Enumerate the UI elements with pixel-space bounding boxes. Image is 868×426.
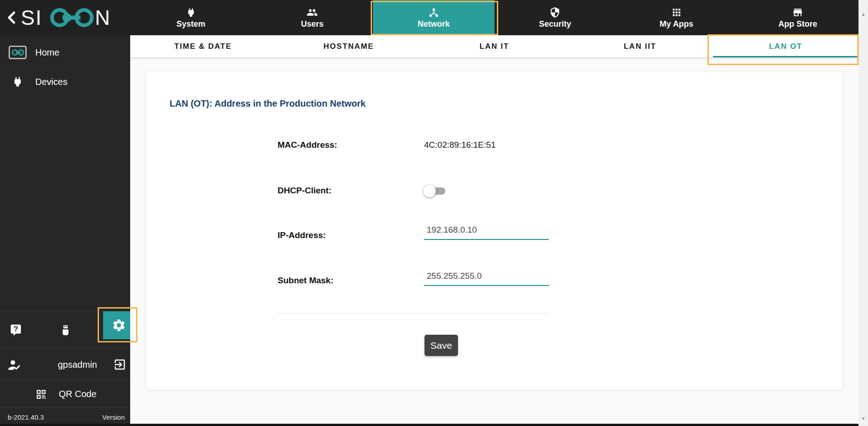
tab-time-date[interactable]: TIME & DATE <box>130 35 276 57</box>
page-scrollbar[interactable]: ▲ ▼ <box>859 0 868 426</box>
people-icon <box>307 7 318 18</box>
subnet-mask-label: Subnet Mask: <box>278 276 334 286</box>
sub-tab-label: LAN OT <box>769 42 802 51</box>
nav-tab-system[interactable]: System <box>130 0 252 35</box>
nav-tab-users[interactable]: Users <box>252 0 373 35</box>
sub-tab-label: LAN IIT <box>624 42 656 51</box>
sub-tab-label: TIME & DATE <box>175 42 232 51</box>
help-button[interactable]: ? <box>0 312 32 348</box>
scrollbar-down-arrow-icon[interactable]: ▼ <box>859 415 868 422</box>
ip-address-label: IP-Address: <box>278 230 326 240</box>
shield-icon <box>549 7 561 18</box>
sidebar-qr-row[interactable]: QR Code <box>0 380 130 407</box>
app-window: SI N Home <box>0 0 868 426</box>
logo-text-n: N <box>95 6 110 29</box>
svg-text:?: ? <box>14 325 18 333</box>
usb-device-button[interactable] <box>50 312 81 348</box>
sidebar-tools-row: ? <box>0 312 130 348</box>
sidebar-item-devices[interactable]: Devices <box>0 72 130 92</box>
mac-address-value: 4C:02:89:16:1E:51 <box>424 140 495 150</box>
logo-text-si: SI <box>21 6 42 29</box>
sidebar-version-row: b-2021.40.3 Version <box>0 407 130 426</box>
sidebar-item-label: Devices <box>35 77 67 87</box>
nav-tab-app-store[interactable]: App Store <box>737 0 859 35</box>
toggle-knob <box>423 185 436 197</box>
version-value: b-2021.40.3 <box>8 413 44 421</box>
device-hub-icon <box>428 7 439 18</box>
user-check-icon <box>7 358 21 372</box>
dhcp-toggle[interactable] <box>423 184 446 198</box>
form-divider <box>278 313 549 314</box>
logo-area: SI N <box>0 0 130 35</box>
window-bottom-edge <box>0 424 859 426</box>
dhcp-client-label: DHCP-Client: <box>278 186 331 196</box>
tab-hostname[interactable]: HOSTNAME <box>276 35 421 57</box>
plug-icon <box>185 7 197 18</box>
apps-grid-icon <box>671 7 682 18</box>
usb-device-icon <box>59 324 72 337</box>
ip-address-input[interactable] <box>424 224 549 240</box>
plug-icon <box>0 75 35 88</box>
sidebar-item-label: Home <box>35 47 59 58</box>
content-area: LAN (OT): Address in the Production Netw… <box>130 57 859 426</box>
nav-tab-label: Users <box>301 19 324 29</box>
sub-tab-label: HOSTNAME <box>323 42 374 51</box>
help-bubble-icon: ? <box>9 323 23 337</box>
sub-tab-label: LAN IT <box>480 42 509 51</box>
version-label: Version <box>102 413 125 421</box>
gear-icon <box>112 318 126 332</box>
logo-bar <box>67 16 80 20</box>
subnet-mask-input[interactable] <box>424 270 549 286</box>
username: gpsadmin <box>58 360 97 370</box>
back-chevron-icon[interactable] <box>6 10 17 25</box>
scrollbar-up-arrow-icon[interactable]: ▲ <box>859 11 868 18</box>
tab-lan-ot[interactable]: LAN OT <box>713 35 859 57</box>
top-nav: System Users Network Security My Apps <box>130 0 859 35</box>
nav-tab-label: App Store <box>778 19 817 29</box>
sidebar: SI N Home <box>0 0 130 426</box>
logout-icon[interactable] <box>113 358 127 371</box>
sidebar-user-row: gpsadmin <box>0 348 130 380</box>
qr-code-icon <box>35 389 47 400</box>
sicon-logo: SI N <box>20 5 123 30</box>
nav-tab-network[interactable]: Network <box>373 0 495 35</box>
qr-code-label: QR Code <box>59 389 96 399</box>
save-button[interactable]: Save <box>425 335 458 356</box>
mac-address-label: MAC-Address: <box>278 140 337 150</box>
tab-lan-it[interactable]: LAN IT <box>421 35 567 57</box>
settings-card: LAN (OT): Address in the Production Netw… <box>146 71 843 390</box>
page-title: LAN (OT): Address in the Production Netw… <box>170 98 366 109</box>
nav-tab-label: Security <box>539 19 571 29</box>
tab-lan-iit[interactable]: LAN IIT <box>567 35 713 57</box>
nav-tab-my-apps[interactable]: My Apps <box>616 0 737 35</box>
co-logo-icon <box>0 46 35 59</box>
sidebar-item-home[interactable]: Home <box>0 42 130 62</box>
nav-tab-label: System <box>176 19 205 29</box>
nav-tab-security[interactable]: Security <box>495 0 616 35</box>
nav-tab-label: My Apps <box>660 19 693 29</box>
nav-tab-label: Network <box>418 19 450 29</box>
storefront-icon <box>792 7 803 18</box>
sub-tab-bar: TIME & DATE HOSTNAME LAN IT LAN IIT LAN … <box>130 35 859 57</box>
